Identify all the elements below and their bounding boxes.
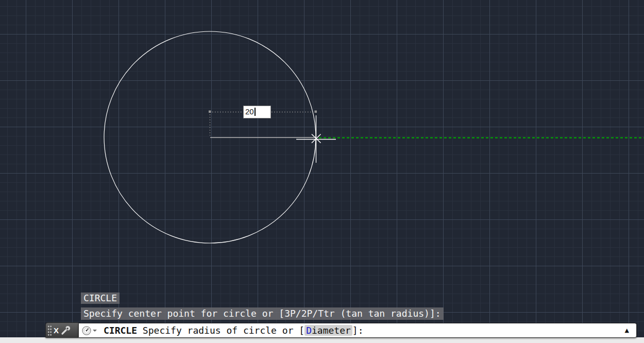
keyword-rest: iameter [312,325,351,336]
command-line-bar[interactable]: CIRCLE Specify radius of circle or [Diam… [78,323,637,338]
keyword-diameter-option[interactable]: Diameter [304,325,352,336]
drag-handle-icon[interactable] [47,324,52,336]
chevron-down-icon[interactable] [93,330,97,332]
prompt-suffix: ]: [352,325,364,336]
drawing-canvas[interactable] [0,0,644,343]
expand-history-arrow[interactable]: ▲ [625,327,629,334]
command-history-line-1: CIRCLE [81,293,120,304]
command-history-line-2: Specify center point for circle or [3P/2… [81,307,444,320]
command-dock: X [45,322,78,338]
active-command-label: CIRCLE [104,325,137,336]
command-prompt-text: CIRCLE Specify radius of circle or [Diam… [104,325,364,336]
keyword-hotkey: D [306,325,312,336]
autocad-window: 20 CIRCLE Specify center point for circl… [0,0,644,343]
recent-commands-icon[interactable] [82,326,91,335]
dynamic-input-box[interactable]: 20 [243,106,271,118]
wrench-icon[interactable] [61,325,71,335]
prompt-prefix: Specify radius of circle or [ [137,325,304,336]
status-bar-strip [0,337,644,343]
close-icon[interactable]: X [54,327,59,334]
text-caret [255,108,256,116]
dynamic-input-value: 20 [245,107,254,116]
